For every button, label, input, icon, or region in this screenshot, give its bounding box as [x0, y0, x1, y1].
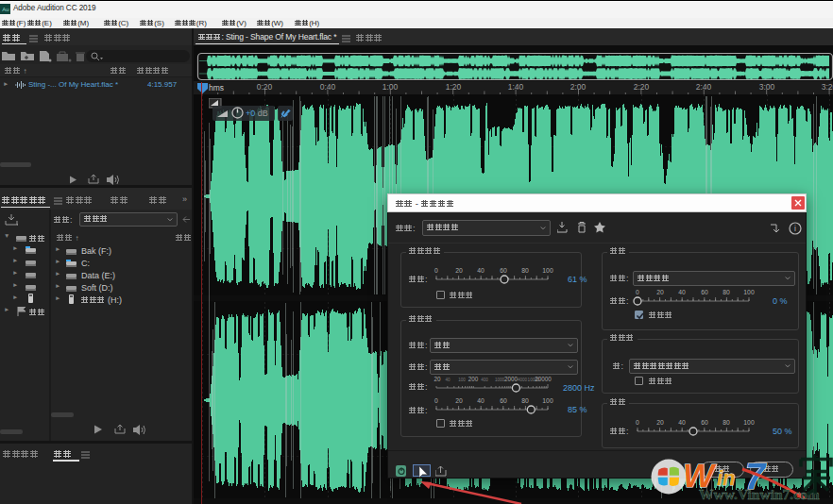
svg-text:80: 80: [722, 419, 730, 426]
svg-text:60: 60: [500, 267, 507, 274]
svg-text:4000: 4000: [518, 378, 528, 382]
svg-text:60: 60: [701, 289, 708, 295]
svg-text:100: 100: [743, 419, 755, 426]
svg-text:80: 80: [722, 289, 730, 295]
svg-text:50 %: 50 %: [773, 427, 792, 436]
svg-text:20: 20: [455, 267, 463, 274]
svg-text:40: 40: [445, 378, 450, 382]
svg-text:20000: 20000: [535, 376, 552, 382]
svg-text:80: 80: [521, 267, 529, 274]
svg-text:200: 200: [468, 376, 479, 382]
svg-text:60: 60: [701, 419, 708, 426]
svg-text:0: 0: [636, 289, 639, 295]
svg-text:100: 100: [458, 378, 466, 382]
svg-text:40: 40: [678, 419, 686, 426]
svg-text:61 %: 61 %: [568, 275, 587, 284]
svg-text:2000: 2000: [504, 376, 518, 382]
svg-text:400: 400: [481, 378, 488, 382]
svg-text:20: 20: [434, 376, 441, 382]
svg-text:0: 0: [636, 419, 639, 426]
svg-text:20: 20: [656, 419, 664, 426]
svg-text:2800 Hz: 2800 Hz: [563, 383, 595, 393]
svg-text:100: 100: [542, 267, 553, 274]
svg-text:100: 100: [542, 397, 553, 404]
svg-text:40: 40: [477, 397, 484, 404]
svg-text:80: 80: [521, 397, 529, 404]
svg-text:60: 60: [500, 397, 507, 404]
svg-text:1000: 1000: [495, 378, 505, 382]
svg-text:40: 40: [678, 289, 686, 295]
svg-text:0: 0: [434, 397, 438, 404]
svg-text:85 %: 85 %: [568, 405, 587, 414]
svg-text:100: 100: [743, 289, 755, 295]
svg-text:20: 20: [455, 397, 463, 404]
svg-text:0 %: 0 %: [773, 296, 788, 306]
svg-text:40: 40: [477, 267, 484, 274]
svg-text:0: 0: [434, 267, 438, 274]
svg-text:20: 20: [656, 289, 664, 295]
